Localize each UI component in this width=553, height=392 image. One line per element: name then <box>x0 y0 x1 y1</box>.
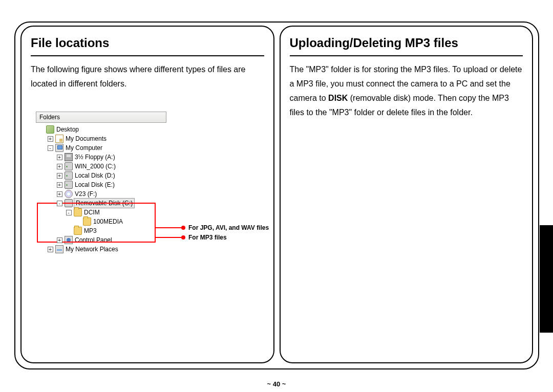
tree-item-label: WIN_2000 (C:) <box>74 162 116 171</box>
tree-expander[interactable]: - <box>55 199 65 208</box>
docs-icon <box>55 135 63 143</box>
plus-icon[interactable]: + <box>57 182 62 188</box>
annotation-100media: For JPG, AVI, and WAV files <box>155 224 269 231</box>
drive-icon <box>65 181 73 189</box>
folders-header: Folders <box>36 112 166 123</box>
desktop-icon <box>46 125 54 134</box>
tree-item-label: Control Panel <box>74 235 112 245</box>
panel-title-right: Uploading/Deleting MP3 files <box>290 36 523 56</box>
tree-item-label: Local Disk (E:) <box>74 180 115 189</box>
plus-icon[interactable]: + <box>57 191 62 197</box>
tree-item-label: V23 (F:) <box>74 189 97 199</box>
tree-row[interactable]: MP3 <box>37 226 166 235</box>
folder-icon <box>74 208 82 216</box>
drive-icon <box>65 171 73 180</box>
tree-item-label: Local Disk (D:) <box>74 171 115 180</box>
annotation-text: For JPG, AVI, and WAV files <box>188 224 269 231</box>
tree-expander[interactable]: - <box>65 208 74 217</box>
tree-row[interactable]: +My Network Places <box>37 245 166 254</box>
tree-item-label: 100MEDIA <box>92 217 123 226</box>
panel-file-locations: File locations The following figure show… <box>20 26 274 363</box>
cpanel-icon <box>65 236 73 244</box>
tree-item-label: MP3 <box>83 226 97 235</box>
removable-icon <box>65 199 73 207</box>
tree-expander[interactable]: + <box>55 235 65 245</box>
tree-expander[interactable]: + <box>55 180 65 189</box>
minus-icon[interactable]: - <box>48 145 53 151</box>
panel-title-left: File locations <box>31 36 264 56</box>
tree-row[interactable]: 100MEDIA <box>37 217 166 226</box>
tree-expander[interactable]: + <box>55 189 65 199</box>
panel-uploading-deleting: Uploading/Deleting MP3 files The "MP3" f… <box>280 26 534 363</box>
tree-expander[interactable]: + <box>55 162 65 171</box>
text-bold-disk: DISK <box>328 94 348 102</box>
arrow-line <box>155 227 182 228</box>
tree-expander[interactable]: + <box>46 134 55 143</box>
annotation-text: For MP3 files <box>188 234 227 241</box>
tree-item-label: Removable Disk (G:) <box>74 198 135 208</box>
page-frame: File locations The following figure show… <box>14 21 539 369</box>
network-icon <box>55 245 63 253</box>
tree-row[interactable]: +Local Disk (E:) <box>37 180 166 189</box>
tree-row[interactable]: +V23 (F:) <box>37 189 166 199</box>
tree-expander[interactable]: + <box>46 245 55 254</box>
arrow-head-icon <box>181 235 185 239</box>
floppy-icon <box>65 153 73 161</box>
tree-item-label: 3½ Floppy (A:) <box>74 153 115 162</box>
tree-row[interactable]: +3½ Floppy (A:) <box>37 153 166 162</box>
folders-tree: Desktop+My Documents-My Computer+3½ Flop… <box>36 123 166 256</box>
mp3-instructions: The "MP3" folder is for storing the MP3 … <box>290 62 523 120</box>
tree-expander[interactable]: - <box>46 143 55 153</box>
plus-icon[interactable]: + <box>48 247 53 252</box>
tree-row[interactable]: +Control Panel <box>37 235 166 245</box>
arrow-head-icon <box>181 226 185 230</box>
minus-icon[interactable]: - <box>66 210 72 215</box>
plus-icon[interactable]: + <box>48 136 53 142</box>
minus-icon[interactable]: - <box>57 201 62 206</box>
tree-expander[interactable]: + <box>55 153 65 162</box>
annotation-mp3: For MP3 files <box>155 234 227 241</box>
tree-item-label: My Documents <box>65 134 107 143</box>
tree-row[interactable]: -DCIM <box>37 208 166 217</box>
arrow-line <box>155 237 182 238</box>
folder-icon <box>83 217 91 226</box>
tree-row[interactable]: +Local Disk (D:) <box>37 171 166 180</box>
tree-row[interactable]: +WIN_2000 (C:) <box>37 162 166 171</box>
tree-item-label: Desktop <box>55 125 79 134</box>
tree-item-label: DCIM <box>83 208 100 217</box>
page-number: ~ 40 ~ <box>0 380 553 388</box>
computer-icon <box>55 144 63 152</box>
drive-icon <box>65 162 73 170</box>
tree-row[interactable]: -My Computer <box>37 143 166 153</box>
tree-item-label: My Computer <box>65 143 102 153</box>
plus-icon[interactable]: + <box>57 164 62 169</box>
plus-icon[interactable]: + <box>57 155 62 160</box>
plus-icon[interactable]: + <box>57 237 62 243</box>
tree-item-label: My Network Places <box>65 245 118 254</box>
tree-row[interactable]: Desktop <box>37 125 166 134</box>
tree-row[interactable]: +My Documents <box>37 134 166 143</box>
folder-icon <box>74 227 82 235</box>
tree-row[interactable]: -Removable Disk (G:) <box>37 199 166 208</box>
cd-icon <box>65 190 73 198</box>
tree-expander[interactable]: + <box>55 171 65 180</box>
section-tab-bg <box>540 225 553 333</box>
plus-icon[interactable]: + <box>57 173 62 179</box>
folders-tree-widget: Folders Desktop+My Documents-My Computer… <box>36 112 166 256</box>
intro-text: The following figure shows where differe… <box>31 62 264 91</box>
